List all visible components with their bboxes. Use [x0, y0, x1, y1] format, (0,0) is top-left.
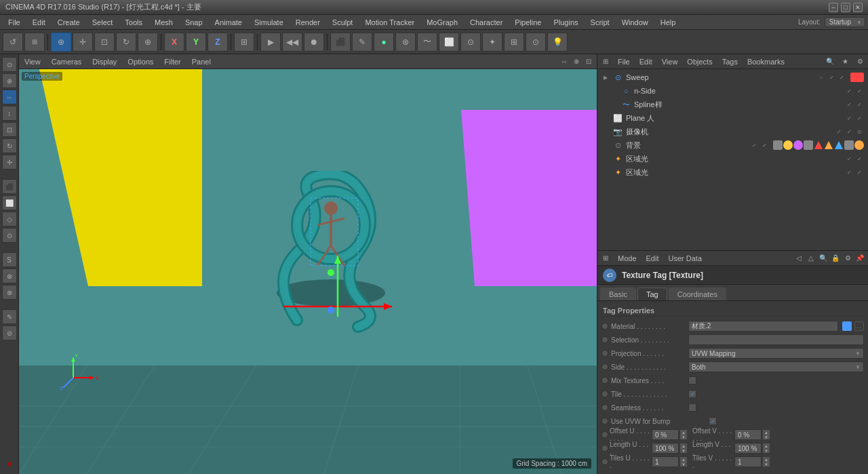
x-axis-btn[interactable]: X	[164, 33, 184, 52]
menu-create[interactable]: Create	[52, 17, 85, 28]
spline-vis-btn-2[interactable]: ✓	[854, 100, 864, 109]
props-search-icon[interactable]: 🔍	[818, 253, 829, 264]
menu-animate[interactable]: Animate	[210, 17, 248, 28]
props-back-icon[interactable]: ◁	[793, 253, 804, 264]
bg-tag-3[interactable]	[793, 140, 803, 150]
mix-textures-checkbox[interactable]	[688, 376, 696, 384]
sweep-vis-btn-3[interactable]: ✓	[837, 73, 846, 82]
minimize-button[interactable]: −	[829, 3, 838, 12]
menu-sculpt[interactable]: Sculpt	[327, 17, 359, 28]
select-tool-button[interactable]: ⊕	[51, 33, 71, 52]
tiles-v-up[interactable]: ▲	[763, 457, 770, 462]
plane-vis-btn-2[interactable]: ✓	[854, 113, 864, 123]
object-row-light2[interactable]: ✦ 区域光 ✓ ✓	[599, 165, 867, 179]
scale-tool-button[interactable]: ⊡	[94, 33, 115, 52]
ls-btn-12[interactable]: S	[2, 252, 17, 267]
bg-tag-6[interactable]	[824, 140, 833, 150]
objects-star-icon[interactable]: ★	[840, 56, 850, 67]
props-tab-tag[interactable]: Tag	[637, 288, 667, 300]
objects-settings-icon[interactable]: ⚙	[854, 56, 865, 67]
menu-window[interactable]: Window	[616, 17, 654, 28]
length-v-up[interactable]: ▲	[763, 443, 770, 448]
viewport-menu-view[interactable]: View	[22, 57, 43, 66]
menu-render[interactable]: Render	[290, 17, 326, 28]
sphere-btn[interactable]: ●	[374, 33, 394, 52]
props-tab-coordinates[interactable]: Coordinates	[669, 288, 726, 300]
ls-btn-6[interactable]: ↻	[2, 138, 17, 153]
menu-snap[interactable]: Snap	[180, 17, 208, 28]
object-row-camera[interactable]: 📷 摄像机 ✓ ✓ ⊙	[599, 125, 867, 138]
nside-vis-btn-1[interactable]: ✓	[844, 86, 854, 96]
menu-character[interactable]: Character	[465, 17, 508, 28]
objects-menu-bookmarks[interactable]: Bookmarks	[745, 57, 787, 66]
ls-btn-8[interactable]: ⬛	[2, 179, 17, 194]
grid-btn[interactable]: ⊞	[504, 33, 524, 52]
objects-menu-objects[interactable]: Objects	[684, 57, 715, 66]
length-u-up[interactable]: ▲	[680, 443, 687, 448]
light2-vis-btn-1[interactable]: ✓	[844, 167, 854, 177]
cube-btn[interactable]: ⬛	[330, 33, 351, 52]
ls-btn-14[interactable]: ⊕	[2, 285, 17, 300]
ls-btn-9[interactable]: ⬜	[2, 195, 17, 210]
menu-tools[interactable]: Tools	[119, 17, 148, 28]
camera-btn[interactable]: ⊙	[460, 33, 481, 52]
sweep-vis-btn-1[interactable]: ○	[816, 73, 826, 82]
offset-u-input[interactable]	[652, 429, 679, 440]
offset-v-up[interactable]: ▲	[763, 430, 770, 435]
ls-btn-15[interactable]: ✎	[2, 309, 17, 324]
light1-vis-btn-2[interactable]: ✓	[854, 154, 864, 163]
selection-input[interactable]	[688, 334, 864, 345]
ls-btn-13[interactable]: ⊗	[2, 269, 17, 283]
sweep-tag-red[interactable]	[850, 73, 864, 82]
spline-vis-btn-1[interactable]: ✓	[844, 100, 854, 109]
pen-btn[interactable]: ✎	[352, 33, 372, 52]
ls-btn-3[interactable]: ↔	[2, 90, 17, 104]
menu-motion-tracker[interactable]: Motion Tracker	[359, 17, 420, 28]
plane-vis-btn-1[interactable]: ✓	[844, 113, 854, 123]
close-button[interactable]: ✕	[853, 3, 863, 12]
scene-btn[interactable]: ⬜	[439, 33, 459, 52]
offset-v-input[interactable]	[734, 429, 762, 440]
bg-tag-7[interactable]	[834, 140, 844, 150]
bg-vis-btn-2[interactable]: ✓	[760, 140, 769, 150]
light-btn[interactable]: ✦	[482, 33, 502, 52]
length-u-input[interactable]	[652, 443, 679, 454]
ls-btn-16[interactable]: ⊘	[2, 325, 17, 340]
material-input[interactable]	[688, 321, 838, 332]
bg-tag-8[interactable]	[844, 140, 854, 150]
menu-mograph[interactable]: MoGraph	[421, 17, 463, 28]
offset-u-down[interactable]: ▼	[680, 435, 687, 439]
props-settings-icon[interactable]: ⚙	[842, 253, 853, 264]
objects-menu-file[interactable]: File	[615, 57, 633, 66]
menu-script[interactable]: Script	[585, 17, 615, 28]
rotate-tool-button[interactable]: ↻	[116, 33, 136, 52]
sweep-toggle[interactable]: ▶	[601, 73, 610, 81]
camera-vis-btn-1[interactable]: ✓	[834, 127, 844, 136]
offset-v-down[interactable]: ▼	[763, 435, 770, 439]
nside-vis-btn-2[interactable]: ✓	[854, 86, 864, 96]
menu-edit[interactable]: Edit	[27, 17, 51, 28]
viewport-move-icon[interactable]: ↔	[559, 56, 570, 67]
z-axis-btn[interactable]: Z	[208, 33, 228, 52]
objects-menu-tags[interactable]: Tags	[719, 57, 741, 66]
viewport-menu-options[interactable]: Options	[125, 57, 156, 66]
deform-btn[interactable]: 〜	[417, 33, 437, 52]
props-menu-userdata[interactable]: User Data	[666, 254, 705, 263]
length-v-down[interactable]: ▼	[763, 448, 770, 453]
y-axis-btn[interactable]: Y	[186, 33, 206, 52]
object-row-nside[interactable]: ○ n-Side ✓ ✓	[599, 84, 867, 98]
side-dropdown[interactable]: Both ▼	[688, 361, 864, 372]
bg-tag-1[interactable]	[773, 140, 783, 150]
redo-button[interactable]: ⊞	[24, 33, 45, 52]
object-row-spline[interactable]: 〜 Spline样 ✓ ✓	[599, 98, 867, 111]
world-coords-btn[interactable]: ⊞	[234, 33, 254, 52]
props-pin-icon[interactable]: 📌	[854, 253, 865, 264]
move-tool-button[interactable]: ✛	[73, 33, 93, 52]
objects-menu-edit[interactable]: Edit	[637, 57, 655, 66]
viewport-menu-cameras[interactable]: Cameras	[49, 57, 85, 66]
camera-vis-btn-3[interactable]: ⊙	[854, 127, 864, 136]
ls-btn-4[interactable]: ↕	[2, 106, 17, 121]
menu-help[interactable]: Help	[655, 17, 682, 28]
ls-btn-2[interactable]: ⊕	[2, 73, 17, 88]
light1-vis-btn-1[interactable]: ✓	[844, 154, 854, 163]
